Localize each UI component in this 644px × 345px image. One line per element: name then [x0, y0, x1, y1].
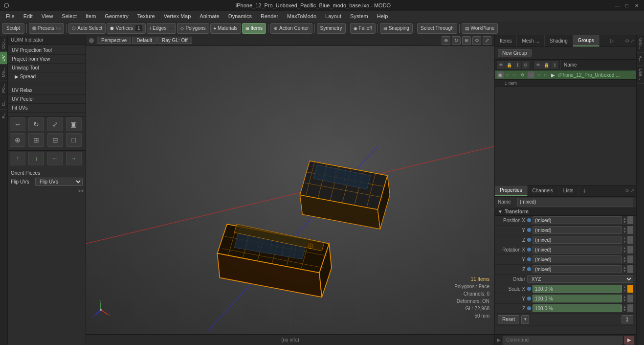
- position-z-reset-btn[interactable]: [627, 236, 633, 244]
- prop-name-input[interactable]: [517, 198, 633, 207]
- group-item-info2-icon[interactable]: □: [542, 71, 549, 78]
- select-through-button[interactable]: Select Through: [417, 23, 457, 34]
- rotation-z-reset-btn[interactable]: [627, 265, 633, 273]
- rotation-y-input[interactable]: [533, 255, 622, 263]
- tab-shading[interactable]: Shading: [545, 35, 573, 46]
- menu-item[interactable]: Item: [82, 12, 100, 20]
- rotation-x-down-arrow[interactable]: ▼: [623, 250, 626, 253]
- transform-section-header[interactable]: ▼ Transform: [495, 208, 636, 216]
- tool-icon-7[interactable]: ⊟: [47, 133, 63, 147]
- scale-x-up-arrow[interactable]: ▲: [623, 285, 626, 289]
- items-button[interactable]: ⊞ Items: [242, 23, 266, 34]
- rotation-x-input[interactable]: [533, 246, 622, 253]
- scale-z-down-arrow[interactable]: ▼: [623, 308, 626, 312]
- position-y-reset-btn[interactable]: [627, 226, 633, 234]
- right-side-tab-use[interactable]: Use...: [637, 66, 644, 84]
- reset-button[interactable]: Reset: [498, 315, 519, 323]
- rotation-z-input[interactable]: [533, 265, 622, 273]
- gh-gear-icon[interactable]: ⚙: [522, 61, 530, 69]
- snapping-button[interactable]: ⊞ Snapping: [380, 23, 413, 34]
- menu-texture[interactable]: Texture: [133, 12, 159, 20]
- side-tab-c[interactable]: C...: [0, 96, 7, 109]
- polygons-button[interactable]: ◇ Polygons: [177, 23, 209, 34]
- add-tab-button[interactable]: +: [578, 185, 590, 196]
- gh-eye-icon[interactable]: 👁: [497, 61, 505, 69]
- menu-view[interactable]: View: [38, 12, 57, 20]
- tool-icon-8[interactable]: □: [66, 133, 82, 147]
- position-z-up-arrow[interactable]: ▲: [623, 236, 626, 240]
- side-tab-me[interactable]: Me...: [0, 64, 7, 80]
- bottom-panel-expand-icon[interactable]: ⤢: [630, 188, 634, 193]
- order-dropdown[interactable]: XYZ XZY YXZ: [527, 275, 633, 283]
- sculpt-button[interactable]: Sculpt: [2, 23, 24, 34]
- bottom-panel-settings-icon[interactable]: ⚙: [625, 188, 629, 193]
- side-tab-uv[interactable]: UV: [0, 52, 7, 65]
- scene-canvas[interactable]: 11 Items Polygons : Face Channels: 0 Def…: [86, 46, 494, 334]
- gh-eye2-icon[interactable]: 👁: [534, 61, 542, 69]
- gh-info-icon[interactable]: ℹ: [513, 61, 521, 69]
- group-item-row[interactable]: ▣ □ □ ⚙ □ □ □ ▶ iPhone_12_Pro_Unboxed ..…: [495, 70, 636, 80]
- scale-x-down-arrow[interactable]: ▼: [623, 289, 626, 292]
- position-y-down-arrow[interactable]: ▼: [623, 230, 626, 233]
- tool-icon-4[interactable]: ▣: [66, 117, 82, 131]
- viewport-icon-zoom[interactable]: ⊞: [462, 36, 471, 45]
- position-z-down-arrow[interactable]: ▼: [623, 240, 626, 243]
- menu-system[interactable]: System: [346, 12, 372, 20]
- reset-dropdown-btn[interactable]: ▼: [521, 315, 529, 324]
- menu-file[interactable]: File: [2, 12, 19, 20]
- arrow-down-btn[interactable]: ↓: [28, 152, 44, 165]
- expand-arrows-btn[interactable]: >>: [78, 188, 84, 194]
- position-z-input[interactable]: [533, 236, 622, 244]
- action-center-button[interactable]: ⊕ Action Center: [270, 23, 312, 34]
- scale-x-accent-btn[interactable]: [627, 285, 633, 293]
- scale-x-input[interactable]: [533, 285, 622, 293]
- arrow-up-btn[interactable]: ↑: [10, 152, 25, 165]
- default-button[interactable]: Default: [132, 37, 156, 44]
- edges-button[interactable]: / Edges: [147, 23, 177, 34]
- uv-peeler-btn[interactable]: UV Peeler: [8, 95, 86, 104]
- menu-dynamics[interactable]: Dynamics: [224, 12, 256, 20]
- side-tab-po[interactable]: Po...: [0, 80, 7, 96]
- uv-projection-tool-btn[interactable]: UV Projection Tool: [8, 46, 86, 55]
- scale-y-down-arrow[interactable]: ▼: [623, 299, 626, 302]
- rotation-x-up-arrow[interactable]: ▲: [623, 246, 626, 250]
- arrow-right-btn[interactable]: →: [66, 152, 82, 165]
- viewport-icon-maximize[interactable]: ⤢: [483, 36, 491, 45]
- group-item-lock2-icon[interactable]: □: [535, 71, 542, 78]
- rotation-z-up-arrow[interactable]: ▲: [623, 266, 626, 269]
- side-tab-f[interactable]: F...: [0, 109, 7, 121]
- scale-z-up-arrow[interactable]: ▲: [623, 305, 626, 308]
- tab-groups[interactable]: Groups: [573, 35, 600, 46]
- rotation-x-reset-btn[interactable]: [627, 246, 633, 253]
- project-from-view-btn[interactable]: Project from View: [8, 55, 86, 64]
- tab-properties[interactable]: Properties: [495, 185, 528, 196]
- minimize-button[interactable]: —: [614, 2, 621, 9]
- fit-uvs-btn[interactable]: Fit UVs: [8, 104, 86, 113]
- tool-icon-2[interactable]: ↻: [28, 117, 44, 131]
- scale-y-reset-btn[interactable]: [627, 295, 633, 302]
- spread-btn[interactable]: ▶ Spread: [8, 72, 86, 81]
- tool-icon-3[interactable]: ⤢: [47, 117, 63, 131]
- tool-icon-5[interactable]: ⊕: [10, 133, 25, 147]
- symmetry-button[interactable]: Symmetry: [317, 23, 346, 34]
- gh-lock2-icon[interactable]: 🔒: [542, 61, 550, 69]
- tool-icon-6[interactable]: ⊞: [28, 133, 44, 147]
- side-tab-du[interactable]: DU...: [0, 35, 7, 52]
- menu-select[interactable]: Select: [58, 12, 81, 20]
- position-x-reset-btn[interactable]: [627, 216, 633, 224]
- tab-channels[interactable]: Channels: [528, 185, 558, 196]
- menu-vertex-map[interactable]: Vertex Map: [160, 12, 195, 20]
- scale-z-input[interactable]: [533, 304, 622, 312]
- command-input[interactable]: [503, 336, 622, 345]
- menu-edit[interactable]: Edit: [20, 12, 37, 20]
- position-x-up-arrow[interactable]: ▲: [623, 217, 626, 220]
- tool-icon-1[interactable]: ↔: [10, 117, 25, 131]
- workplane-button[interactable]: ▤ WorkPlane: [462, 23, 498, 34]
- group-item-visible-icon[interactable]: ▣: [497, 71, 504, 78]
- viewport-icon-refresh[interactable]: ↻: [452, 36, 461, 45]
- forward-expand-btn[interactable]: ⟫: [622, 315, 633, 323]
- viewport-icon-camera[interactable]: ⊕: [442, 36, 450, 45]
- menu-layout[interactable]: Layout: [321, 12, 345, 20]
- right-panel-settings-icon[interactable]: ⚙: [625, 38, 629, 44]
- flip-uvs-dropdown[interactable]: Flip UVs: [35, 178, 83, 186]
